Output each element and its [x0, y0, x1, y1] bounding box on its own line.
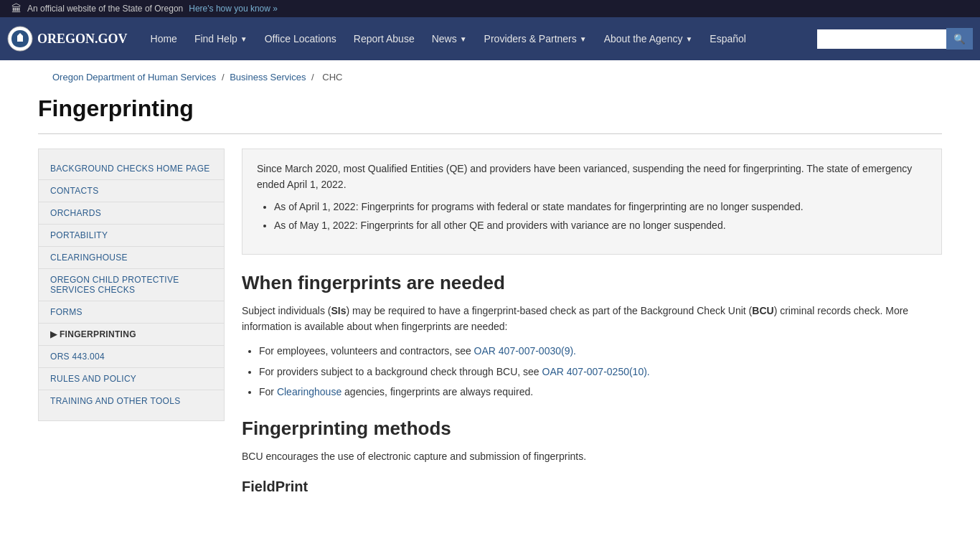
nav-office-locations[interactable]: Office Locations — [256, 17, 345, 60]
sidebar-item-fingerprinting[interactable]: FINGERPRINTING — [39, 324, 224, 346]
sidebar-item-training[interactable]: TRAINING AND OTHER TOOLS — [39, 390, 224, 412]
news-arrow: ▼ — [460, 35, 467, 43]
notice-bullet-1: As of April 1, 2022: Fingerprints for pr… — [274, 199, 927, 215]
notice-bullet-2: As of May 1, 2022: Fingerprints for all … — [274, 217, 927, 233]
navbar: OREGON.GOV Home Find Help ▼ Office Locat… — [0, 17, 980, 60]
section-when-body: Subject individuals (SIs) may be require… — [242, 303, 942, 335]
si-bold: SIs — [331, 305, 347, 316]
nav-espanol[interactable]: Español — [701, 17, 755, 60]
logo-text: OREGON.GOV — [37, 32, 128, 47]
section-heading-when: When fingerprints are needed — [242, 272, 942, 294]
sidebar-item-clearinghouse[interactable]: CLEARINGHOUSE — [39, 247, 224, 269]
page-container: Oregon Department of Human Services / Bu… — [24, 60, 956, 501]
breadcrumb: Oregon Department of Human Services / Bu… — [38, 60, 942, 88]
sidebar-item-portability[interactable]: PORTABILITY — [39, 225, 224, 247]
banner-link[interactable]: Here's how you know » — [189, 4, 278, 14]
sidebar-item-oregon-child[interactable]: OREGON CHILD PROTECTIVE SERVICES CHECKS — [39, 269, 224, 301]
clearinghouse-link[interactable]: Clearinghouse — [277, 386, 341, 397]
nav-news[interactable]: News ▼ — [423, 17, 476, 60]
sidebar-item-contacts[interactable]: CONTACTS — [39, 180, 224, 202]
sidebar-item-rules-policy[interactable]: RULES AND POLICY — [39, 368, 224, 390]
nav-report-abuse[interactable]: Report Abuse — [345, 17, 423, 60]
search-button[interactable]: 🔍 — [946, 28, 973, 50]
logo-link[interactable]: OREGON.GOV — [7, 26, 128, 52]
nav-home[interactable]: Home — [142, 17, 186, 60]
providers-arrow: ▼ — [580, 35, 587, 43]
section-when-list: For employees, volunteers and contractor… — [242, 343, 942, 400]
sidebar-item-orchards[interactable]: ORCHARDS — [39, 202, 224, 225]
sidebar-item-forms[interactable]: FORMS — [39, 301, 224, 324]
nav-find-help[interactable]: Find Help ▼ — [186, 17, 256, 60]
oregon-logo-icon — [7, 26, 33, 52]
when-bullet-3: For Clearinghouse agencies, fingerprints… — [259, 384, 942, 400]
section-methods-body: BCU encourages the use of electronic cap… — [242, 448, 942, 464]
breadcrumb-business-services[interactable]: Business Services — [230, 72, 306, 83]
sidebar-item-background-checks[interactable]: BACKGROUND CHECKS HOME PAGE — [39, 158, 224, 180]
nav-search-container: 🔍 — [817, 28, 973, 50]
notice-intro: Since March 2020, most Qualified Entitie… — [257, 161, 927, 193]
breadcrumb-sep2: / — [311, 72, 316, 83]
banner-text: An official website of the State of Oreg… — [27, 4, 183, 14]
breadcrumb-odhs[interactable]: Oregon Department of Human Services — [52, 72, 216, 83]
search-input[interactable] — [817, 29, 946, 49]
top-banner: 🏛 An official website of the State of Or… — [0, 0, 980, 17]
about-arrow: ▼ — [685, 35, 692, 43]
sidebar-item-ors[interactable]: ORS 443.004 — [39, 346, 224, 368]
breadcrumb-current: CHC — [322, 72, 342, 83]
oar-link-2[interactable]: OAR 407-007-0250(10). — [542, 366, 650, 377]
nav-links: Home Find Help ▼ Office Locations Report… — [142, 17, 817, 60]
oar-link-1[interactable]: OAR 407-007-0030(9). — [474, 345, 576, 357]
notice-list: As of April 1, 2022: Fingerprints for pr… — [257, 199, 927, 234]
when-bullet-1: For employees, volunteers and contractor… — [259, 343, 942, 359]
page-title: Fingerprinting — [38, 88, 942, 134]
when-bullet-2: For providers subject to a background ch… — [259, 364, 942, 380]
sub-heading-fieldprint: FieldPrint — [242, 479, 942, 495]
flag-icon: 🏛 — [11, 3, 22, 14]
nav-about-agency[interactable]: About the Agency ▼ — [595, 17, 702, 60]
main-content: Since March 2020, most Qualified Entitie… — [242, 149, 942, 501]
bcu-bold: BCU — [752, 305, 773, 316]
nav-providers-partners[interactable]: Providers & Partners ▼ — [476, 17, 595, 60]
breadcrumb-sep1: / — [222, 72, 227, 83]
section-heading-methods: Fingerprinting methods — [242, 418, 942, 440]
notice-box: Since March 2020, most Qualified Entitie… — [242, 149, 942, 255]
content-layout: BACKGROUND CHECKS HOME PAGE CONTACTS ORC… — [38, 149, 942, 501]
find-help-arrow: ▼ — [240, 35, 248, 43]
sidebar: BACKGROUND CHECKS HOME PAGE CONTACTS ORC… — [38, 149, 225, 421]
